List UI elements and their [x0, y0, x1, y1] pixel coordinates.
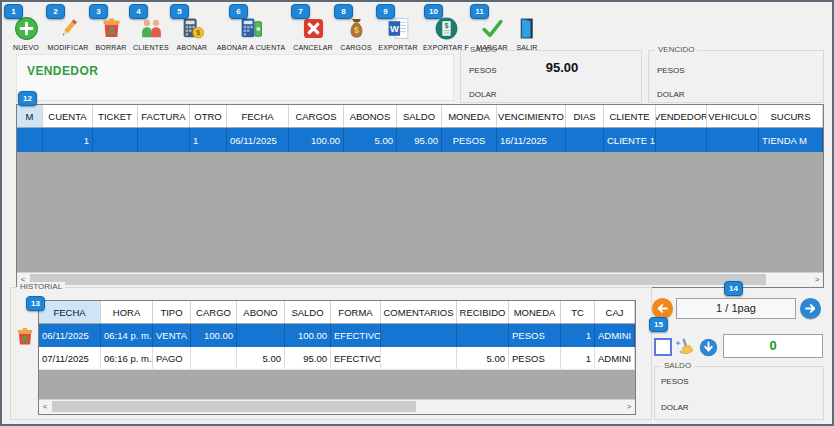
cell	[17, 128, 43, 152]
column-header[interactable]: VENDEDOR	[656, 105, 707, 127]
door-icon	[515, 16, 540, 41]
column-header[interactable]: CARGO	[191, 301, 237, 323]
column-header[interactable]: ABONO	[237, 301, 285, 323]
callout-badge: 9	[376, 4, 395, 19]
table-row[interactable]: 07/11/202506:16 p. m.PAGO5.0095.00EFECTI…	[39, 347, 635, 370]
toolbar-button-nuevo[interactable]: 1NUEVO	[8, 16, 44, 51]
clear-button[interactable]	[674, 336, 696, 358]
cell: PESOS	[442, 128, 497, 152]
column-header[interactable]: VEHICULO	[707, 105, 759, 127]
toolbar-button-cancelar[interactable]: 7CANCELAR	[290, 16, 336, 51]
scroll-right-arrow[interactable]: >	[811, 273, 823, 286]
groupbox-title: SALDO	[661, 361, 694, 370]
column-header[interactable]: SALDO	[397, 105, 442, 127]
toolbar-button-marcar[interactable]: 11MARCAR	[472, 16, 512, 51]
cell: 5.00	[237, 347, 285, 369]
cell	[707, 128, 759, 152]
checkbox[interactable]	[654, 338, 672, 356]
svg-text:$: $	[444, 21, 448, 30]
column-header[interactable]: FORMA	[331, 301, 381, 323]
count-field[interactable]: 0	[723, 334, 823, 358]
cell: 1	[43, 128, 93, 152]
toolbar-button-modificar[interactable]: 2MODIFICAR	[44, 16, 92, 51]
grid-header-row: MCUENTATICKETFACTURAOTROFECHACARGOSABONO…	[17, 105, 823, 128]
table-row[interactable]: 1106/11/2025100.005.0095.00PESOS16/11/20…	[17, 128, 823, 152]
cell: 100.00	[285, 324, 331, 347]
toolbar-button-exportar-f[interactable]: 10$EXPORTAR F	[420, 16, 472, 51]
historial-grid: FECHAHORATIPOCARGOABONOSALDOFORMACOMENTA…	[38, 300, 636, 415]
column-header[interactable]: MONEDA	[442, 105, 497, 127]
prev-page-button[interactable]	[652, 298, 673, 319]
cell: PAGO	[153, 347, 191, 369]
cell	[191, 347, 237, 369]
cell: PESOS	[509, 347, 561, 369]
download-button[interactable]	[699, 338, 718, 357]
svg-text:W: W	[389, 24, 398, 34]
cell	[656, 128, 707, 152]
column-header[interactable]: M	[17, 105, 43, 127]
callout-badge: 8	[334, 4, 353, 19]
toolbar-button-salir[interactable]: SALIR	[512, 16, 542, 51]
svg-text:$: $	[196, 28, 201, 37]
callout-badge: 5	[170, 4, 189, 19]
pesos-label: PESOS	[661, 377, 689, 386]
cell: VENTA	[153, 324, 191, 347]
table-row[interactable]: 06/11/202506:14 p. m.VENTA100.00100.00EF…	[39, 324, 635, 347]
cell: 1	[190, 128, 227, 152]
saldo-summary-groupbox: SALDO PESOS 95.00 DOLAR	[460, 50, 642, 103]
scroll-thumb[interactable]	[30, 274, 766, 285]
toolbar-button-clientes[interactable]: 4CLIENTES	[130, 16, 172, 51]
column-header[interactable]: ABONOS	[344, 105, 397, 127]
column-header[interactable]: CUENTA	[43, 105, 93, 127]
app-window: 1NUEVO2MODIFICAR3BORRAR4CLIENTES5$ABONAR…	[0, 0, 834, 426]
column-header[interactable]: FACTURA	[138, 105, 190, 127]
column-header[interactable]: OTRO	[190, 105, 227, 127]
column-header[interactable]: COMENTARIOS	[381, 301, 457, 323]
cell: 95.00	[285, 347, 331, 369]
plus-icon	[14, 16, 39, 41]
toolbar-button-label: ABONAR	[177, 44, 208, 51]
scroll-left-arrow[interactable]: <	[39, 400, 51, 413]
column-header[interactable]: TICKET	[93, 105, 138, 127]
callout-badge: 6	[229, 4, 248, 19]
pesos-label: PESOS	[657, 66, 685, 75]
column-header[interactable]: TC	[561, 301, 595, 323]
toolbar-button-label: ABONAR A CUENTA	[217, 44, 286, 51]
main-grid-horizontal-scrollbar[interactable]: < >	[17, 272, 823, 287]
groupbox-title: VENCIDO	[655, 45, 697, 54]
scroll-thumb[interactable]	[52, 401, 416, 412]
column-header[interactable]: MONEDA	[509, 301, 561, 323]
column-header[interactable]: RECIBIDO	[457, 301, 509, 323]
toolbar-button-borrar[interactable]: 3BORRAR	[92, 16, 130, 51]
column-header[interactable]: TIPO	[153, 301, 191, 323]
historial-horizontal-scrollbar[interactable]: < >	[39, 399, 635, 414]
right-arrow-icon	[803, 301, 818, 316]
column-header[interactable]: HORA	[101, 301, 153, 323]
column-header[interactable]: FECHA	[39, 301, 101, 323]
cell	[381, 347, 457, 369]
toolbar-button-cargos[interactable]: 8$CARGOS	[336, 16, 376, 51]
scroll-right-arrow[interactable]: >	[623, 400, 635, 413]
toolbar-button-label: CARGOS	[340, 44, 372, 51]
dolar-label: DOLAR	[657, 90, 685, 99]
delete-history-button[interactable]	[14, 325, 36, 349]
next-page-button[interactable]	[800, 298, 821, 319]
column-header[interactable]: SALDO	[285, 301, 331, 323]
cell	[566, 128, 604, 152]
column-header[interactable]: CLIENTE	[604, 105, 656, 127]
column-header[interactable]: CAJ	[595, 301, 635, 323]
money-bag-icon: $	[344, 16, 369, 41]
dolar-label: DOLAR	[661, 403, 689, 412]
column-header[interactable]: FECHA	[227, 105, 289, 127]
callout-badge: 7	[291, 4, 310, 19]
column-header[interactable]: DIAS	[566, 105, 604, 127]
toolbar-button-label: MODIFICAR	[47, 44, 88, 51]
toolbar-button-exportar[interactable]: 9WEXPORTAR	[376, 16, 420, 51]
column-header[interactable]: SUCURS	[759, 105, 823, 127]
toolbar-button-label: EXPORTAR F	[423, 44, 469, 51]
column-header[interactable]: CARGOS	[289, 105, 344, 127]
callout-badge: 11	[470, 4, 489, 19]
column-header[interactable]: VENCIMIENTO	[497, 105, 566, 127]
toolbar-button-abonar[interactable]: 5$ABONAR	[172, 16, 212, 51]
toolbar-button-abonar-a-cuenta[interactable]: 6ABONAR A CUENTA	[212, 16, 290, 51]
